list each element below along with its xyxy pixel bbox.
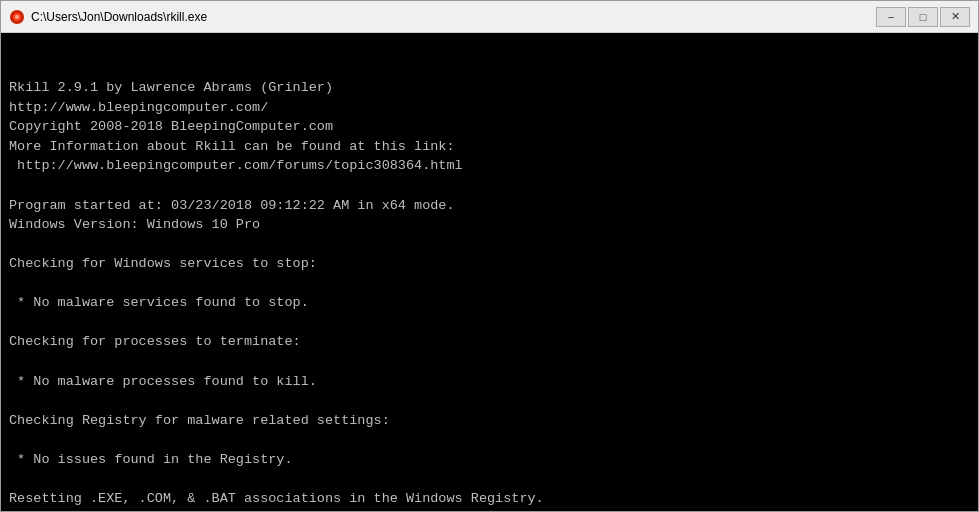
terminal-output: Rkill 2.9.1 by Lawrence Abrams (Grinler)… [9,78,970,511]
app-icon [9,9,25,25]
title-bar-controls: − □ ✕ [876,7,970,27]
main-window: C:\Users\Jon\Downloads\rkill.exe − □ ✕ R… [0,0,979,512]
close-button[interactable]: ✕ [940,7,970,27]
terminal-area: Rkill 2.9.1 by Lawrence Abrams (Grinler)… [1,33,978,511]
maximize-button[interactable]: □ [908,7,938,27]
title-bar-text: C:\Users\Jon\Downloads\rkill.exe [31,10,876,24]
svg-point-2 [15,15,19,19]
minimize-button[interactable]: − [876,7,906,27]
title-bar: C:\Users\Jon\Downloads\rkill.exe − □ ✕ [1,1,978,33]
